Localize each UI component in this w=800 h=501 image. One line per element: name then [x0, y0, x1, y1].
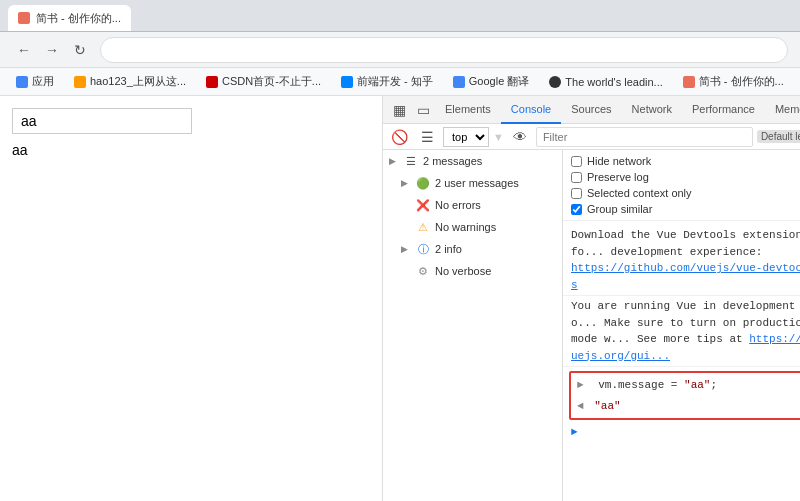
user-messages-label: 2 user messages — [435, 177, 519, 189]
console-line-vue-devtools: Download the Vue Devtools extension fo..… — [563, 225, 800, 296]
bookmark-github[interactable]: The world's leadin... — [541, 74, 670, 90]
list-item-no-verbose[interactable]: ▶ ⚙ No verbose — [383, 260, 562, 282]
console-output-panel: Hide network Preserve log Selected conte… — [563, 150, 800, 501]
list-item-info[interactable]: ▶ ⓘ 2 info — [383, 238, 562, 260]
bookmark-csdn[interactable]: CSDN首页-不止于... — [198, 72, 329, 91]
hide-network-label: Hide network — [587, 155, 651, 167]
hide-network-row[interactable]: Hide network — [571, 154, 800, 168]
back-button[interactable]: ← — [12, 38, 36, 62]
group-similar-checkbox[interactable] — [571, 204, 582, 215]
bookmark-label: CSDN首页-不止于... — [222, 74, 321, 89]
clear-console-button[interactable]: 🚫 — [387, 125, 411, 149]
bookmark-label: hao123_上网从这... — [90, 74, 186, 89]
devtools-tab-bar: ▦ ▭ Elements Console Sources Network Per… — [383, 96, 800, 124]
preserve-log-label: Preserve log — [587, 171, 649, 183]
address-bar: ← → ↻ — [0, 32, 800, 68]
list-item-no-warnings[interactable]: ▶ ⚠ No warnings — [383, 216, 562, 238]
console-command-text: vm.message = "aa"; — [598, 379, 717, 391]
tab-elements[interactable]: Elements — [435, 96, 501, 124]
filter-input[interactable] — [536, 127, 753, 147]
chevron-icon: ◄ — [577, 400, 584, 412]
console-command-line: ► vm.message = "aa"; — [577, 375, 800, 396]
active-tab[interactable]: 简书 - 创作你的... — [8, 5, 131, 31]
error-icon: ❌ — [416, 198, 430, 212]
filter-options: Hide network Preserve log Selected conte… — [563, 150, 800, 221]
message-list-panel: ▶ ☰ 2 messages ▶ 🟢 2 user messages ▶ ❌ — [383, 150, 563, 501]
bookmark-hao123[interactable]: hao123_上网从这... — [66, 72, 194, 91]
list-item-messages[interactable]: ▶ ☰ 2 messages — [383, 150, 562, 172]
bookmark-label: The world's leadin... — [565, 76, 662, 88]
devtools-inspect-button[interactable]: ▦ — [387, 98, 411, 122]
info-icon: ⓘ — [416, 242, 430, 256]
chevron-icon: ▶ — [389, 156, 399, 166]
warn-icon: ⚠ — [416, 220, 430, 234]
devtools-body: ▶ ☰ 2 messages ▶ 🟢 2 user messages ▶ ❌ — [383, 150, 800, 501]
tab-label: 简书 - 创作你的... — [36, 11, 121, 26]
messages-icon: ☰ — [404, 154, 418, 168]
preserve-log-checkbox[interactable] — [571, 172, 582, 183]
url-input[interactable] — [100, 37, 788, 63]
filter-toggle-button[interactable]: ☰ — [415, 125, 439, 149]
highlighted-console-block: ► vm.message = "aa"; ◄ "aa" — [569, 371, 800, 420]
bookmark-google-translate[interactable]: Google 翻译 — [445, 72, 538, 91]
tab-memo[interactable]: Memo — [765, 96, 800, 124]
tab-console[interactable]: Console — [501, 96, 561, 124]
level-select[interactable]: top — [443, 127, 489, 147]
tab-bar: 简书 - 创作你的... — [0, 0, 800, 32]
chevron-icon: ► — [577, 379, 584, 391]
bookmark-apps[interactable]: 应用 — [8, 72, 62, 91]
console-input-line[interactable]: ► — [563, 424, 800, 440]
tab-sources[interactable]: Sources — [561, 96, 621, 124]
preserve-log-row[interactable]: Preserve log — [571, 170, 800, 184]
tab-performance[interactable]: Performance — [682, 96, 765, 124]
no-warnings-label: No warnings — [435, 221, 496, 233]
bookmark-zhihu[interactable]: 前端开发 - 知乎 — [333, 72, 441, 91]
browser-frame: 简书 - 创作你的... ← → ↻ 应用 hao123_上网从这... CSD… — [0, 0, 800, 501]
console-output: Download the Vue Devtools extension fo..… — [563, 221, 800, 444]
chevron-icon: ▶ — [401, 244, 411, 254]
messages-label: 2 messages — [423, 155, 482, 167]
devtools-toolbar: 🚫 ☰ top ▼ 👁 Default le... — [383, 124, 800, 150]
selected-context-checkbox[interactable] — [571, 188, 582, 199]
devtools-panel: ▦ ▭ Elements Console Sources Network Per… — [383, 96, 800, 501]
bookmark-jianshu[interactable]: 简书 - 创作你的... — [675, 72, 792, 91]
group-similar-label: Group similar — [587, 203, 652, 215]
vuejs-tips-link[interactable]: https://vuejs.org/gui... — [571, 333, 800, 362]
forward-button[interactable]: → — [40, 38, 64, 62]
list-item-user-messages[interactable]: ▶ 🟢 2 user messages — [383, 172, 562, 194]
bookmark-label: 应用 — [32, 74, 54, 89]
devtools-device-button[interactable]: ▭ — [411, 98, 435, 122]
bookmark-label: Google 翻译 — [469, 74, 530, 89]
console-result-line: ◄ "aa" — [577, 396, 800, 417]
selected-context-label: Selected context only — [587, 187, 692, 199]
vue-devtools-link[interactable]: https://github.com/vuejs/vue-devtools — [571, 262, 800, 291]
list-item-no-errors[interactable]: ▶ ❌ No errors — [383, 194, 562, 216]
console-cursor: ► — [571, 426, 578, 438]
tab-network[interactable]: Network — [622, 96, 682, 124]
bookmark-label: 前端开发 - 知乎 — [357, 74, 433, 89]
hide-network-checkbox[interactable] — [571, 156, 582, 167]
bookmark-label: 简书 - 创作你的... — [699, 74, 784, 89]
console-result-value: "aa" — [594, 400, 620, 412]
page-output-text: aa — [12, 142, 370, 158]
default-level-badge: Default le... — [757, 130, 800, 143]
main-area: aa ▦ ▭ Elements Console Sources Network — [0, 96, 800, 501]
nav-buttons: ← → ↻ — [12, 38, 92, 62]
bookmark-bar: 应用 hao123_上网从这... CSDN首页-不止于... 前端开发 - 知… — [0, 68, 800, 96]
group-similar-row[interactable]: Group similar — [571, 202, 800, 216]
verbose-icon: ⚙ — [416, 264, 430, 278]
page-input[interactable] — [12, 108, 192, 134]
no-verbose-label: No verbose — [435, 265, 491, 277]
eye-button[interactable]: 👁 — [508, 125, 532, 149]
info-label: 2 info — [435, 243, 462, 255]
reload-button[interactable]: ↻ — [68, 38, 92, 62]
page-content: aa — [0, 96, 383, 501]
selected-context-row[interactable]: Selected context only — [571, 186, 800, 200]
user-icon: 🟢 — [416, 176, 430, 190]
chevron-icon: ▶ — [401, 178, 411, 188]
console-line-vue-dev-mode: You are running Vue in development mo...… — [563, 296, 800, 367]
no-errors-label: No errors — [435, 199, 481, 211]
